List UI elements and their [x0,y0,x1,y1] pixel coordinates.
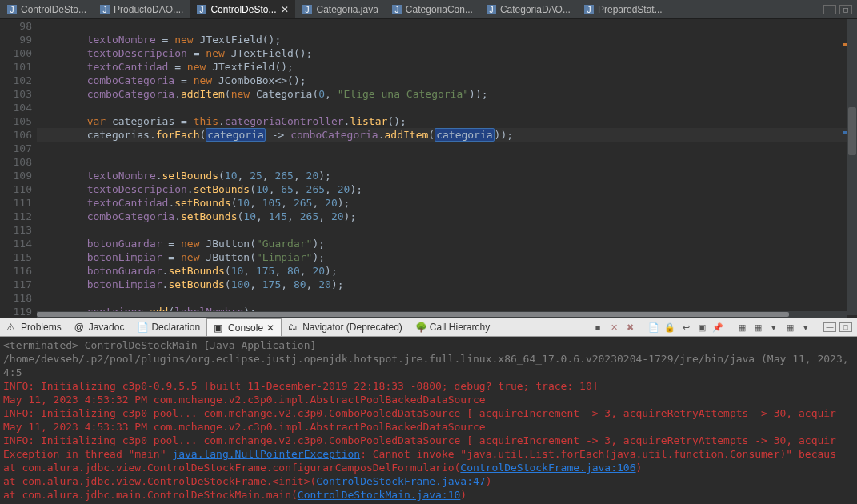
tab-label: CategoriaCon... [406,4,473,15]
tab-label: PreparedStat... [598,4,663,15]
editor-tab[interactable]: JCategoriaDAO... [479,0,577,18]
console-line: May 11, 2023 4:53:33 PM com.mchange.v2.c… [3,420,854,434]
code-line[interactable]: botonLimpiar.setBounds(100, 175, 80, 20)… [37,278,344,290]
java-file-icon: J [391,4,402,15]
code-line[interactable]: botonGuardar = new JButton("Guardar"); [37,238,325,250]
code-line[interactable]: comboCategoria.setBounds(10, 145, 265, 2… [37,210,356,222]
svg-text:J: J [200,6,204,14]
source-link[interactable]: ControlDeStockMain.java:10 [298,489,461,501]
bottom-tab[interactable]: ⚠Problems [0,318,68,336]
remove-all-icon[interactable]: ✖ [623,321,636,334]
source-link[interactable]: ControlDeStockFrame.java:106 [460,462,635,474]
code-line[interactable]: botonLimpiar = new JButton("Limpiar"); [37,251,325,263]
svg-text:J: J [394,6,398,14]
code-line[interactable]: comboCategoria.addItem(new Categoria(0, … [37,88,488,100]
editor-tab-bar: JControlDeSto...JProductoDAO....JControl… [0,0,857,19]
editor-tab[interactable]: JCategoria.java [295,0,384,18]
code-line[interactable]: botonGuardar.setBounds(10, 175, 80, 20); [37,265,338,277]
pin-console-icon[interactable]: 📌 [711,321,724,334]
java-file-icon: J [486,4,497,15]
svg-text:J: J [587,6,591,14]
console-toolbar: ■ ✕ ✖ 📄 🔒 ↩ ▣ 📌 ▦ ▦ ▾ ▦ ▾ — □ [591,321,857,334]
open-console-icon[interactable]: ▦ [751,321,764,334]
console-exception: Exception in thread "main" java.lang.Nul… [3,447,854,461]
maximize-icon[interactable]: □ [839,322,852,332]
tab-label: Javadoc [89,322,125,333]
bottom-tab[interactable]: 📄Declaration [130,318,206,336]
editor-tab[interactable]: JControlDeSto...✕ [190,0,295,18]
java-file-icon: J [583,4,595,15]
console-header: <terminated> ControlDeStockMain [Java Ap… [3,338,854,379]
tab-icon: @ [74,322,86,333]
minimize-icon[interactable]: — [823,5,836,14]
code-line[interactable]: textoCantidad = new JTextField(); [37,61,294,73]
tab-icon: 🗂 [288,322,299,333]
editor-tab[interactable]: JCategoriaCon... [385,0,479,18]
code-line[interactable]: comboCategoria = new JComboBox<>(); [37,74,306,86]
bottom-tab[interactable]: ▣Console✕ [206,318,282,336]
code-line[interactable]: textoNombre.setBounds(10, 25, 265, 20); [37,170,331,182]
tab-label: ProductoDAO.... [114,4,183,15]
bottom-tab[interactable]: @Javadoc [68,318,131,336]
java-file-icon: J [99,4,110,15]
error-stripe [843,19,847,318]
console-line: INFO: Initializing c3p0 pool... com.mcha… [3,406,854,420]
tab-label: CategoriaDAO... [500,4,571,15]
close-icon[interactable]: ✕ [266,322,274,334]
word-wrap-icon[interactable]: ↩ [679,321,692,334]
tab-label: Problems [21,322,62,333]
menu-dropdown-icon[interactable]: ▾ [767,321,780,334]
code-area[interactable]: textoNombre = new JTextField(); textoDes… [37,19,857,318]
exception-link[interactable]: java.lang.NullPointerException [172,448,360,460]
tab-icon: ▣ [214,322,225,334]
editor-tab[interactable]: JProductoDAO.... [93,0,190,18]
tab-label: Declaration [151,322,200,333]
java-file-icon: J [302,4,313,15]
java-file-icon: J [6,4,18,15]
editor-tab[interactable]: JPreparedStat... [577,0,669,18]
svg-text:J: J [10,6,14,14]
terminate-icon[interactable]: ■ [591,321,604,334]
code-line[interactable]: textoNombre = new JTextField(); [37,34,281,46]
java-file-icon: J [196,4,207,15]
console-view[interactable]: <terminated> ControlDeStockMain [Java Ap… [0,337,857,504]
scroll-lock-icon[interactable]: 🔒 [663,321,676,334]
code-line[interactable]: textoDescripcion = new JTextField(); [37,47,312,59]
bottom-tab-bar: ⚠Problems@Javadoc📄Declaration▣Console✕🗂N… [0,318,857,337]
tab-label: Call Hierarchy [430,322,490,333]
vertical-scrollbar[interactable] [847,19,857,315]
close-icon[interactable]: ✕ [281,4,289,15]
line-gutter: 9899100101102103104105106107108109110111… [0,19,37,318]
console-line: May 11, 2023 4:53:32 PM com.mchange.v2.c… [3,393,854,406]
bottom-tab[interactable]: 🌳Call Hierarchy [409,318,496,336]
minimize-icon[interactable]: — [823,322,836,332]
maximize-icon[interactable]: □ [839,5,852,14]
code-editor[interactable]: 9899100101102103104105106107108109110111… [0,19,857,318]
clear-console-icon[interactable]: 📄 [647,321,660,334]
stack-trace-line: at com.alura.jdbc.main.ControlDeStockMai… [3,488,854,502]
tab-label: Navigator (Deprecated) [302,322,402,333]
remove-launch-icon[interactable]: ✕ [607,321,620,334]
source-link[interactable]: ControlDeStockFrame.java:47 [316,475,485,487]
code-line[interactable]: textoCantidad.setBounds(10, 105, 265, 20… [37,197,350,209]
tab-label: Categoria.java [316,4,378,15]
new-console-view-icon[interactable]: ▦ [783,321,796,334]
tab-icon: ⚠ [6,322,18,333]
horizontal-scrollbar[interactable] [37,311,847,318]
tab-icon: 📄 [137,322,148,333]
display-selected-console-icon[interactable]: ▦ [735,321,748,334]
scrollbar-thumb[interactable] [848,107,856,155]
svg-text:J: J [306,6,310,14]
menu-dropdown-icon[interactable]: ▾ [799,321,812,334]
scrollbar-thumb[interactable] [37,312,789,317]
bottom-tab[interactable]: 🗂Navigator (Deprecated) [282,318,409,336]
console-line: INFO: Initializing c3p0-0.9.5.5 [built 1… [3,379,854,393]
code-line[interactable]: var categorias = this.categoriaControlle… [37,115,406,127]
stack-trace-line: at com.alura.jdbc.view.ControlDeStockFra… [3,461,854,474]
code-line[interactable]: categorias.forEach(categoria -> comboCat… [37,128,857,142]
tab-label: ControlDeSto... [21,4,86,15]
show-console-icon[interactable]: ▣ [695,321,708,334]
code-line[interactable]: textoDescripcion.setBounds(10, 65, 265, … [37,183,362,195]
console-line: INFO: Initializing c3p0 pool... com.mcha… [3,434,854,447]
editor-tab[interactable]: JControlDeSto... [0,0,93,18]
